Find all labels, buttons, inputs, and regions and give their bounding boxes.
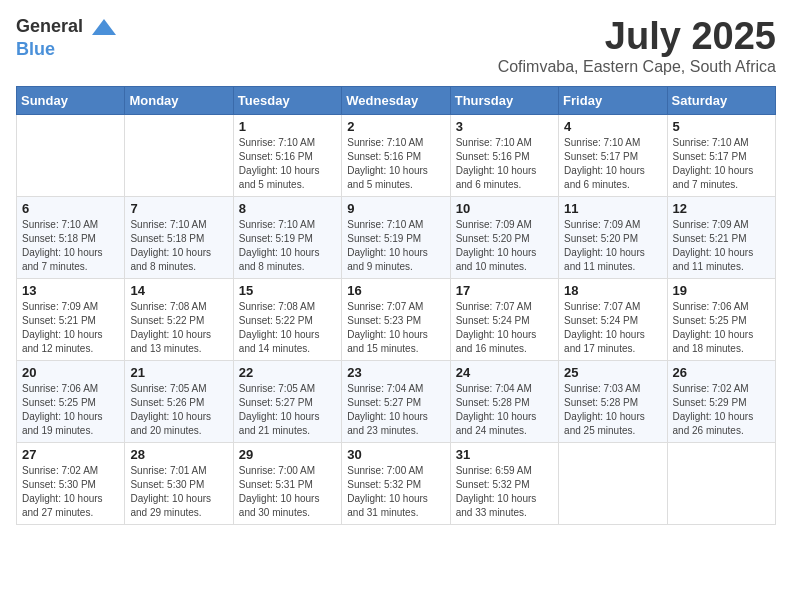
day-info: Sunrise: 7:09 AM Sunset: 5:21 PM Dayligh… — [673, 218, 770, 274]
calendar-cell: 1Sunrise: 7:10 AM Sunset: 5:16 PM Daylig… — [233, 114, 341, 196]
day-number: 9 — [347, 201, 444, 216]
logo-blue: Blue — [16, 39, 55, 59]
calendar-cell: 16Sunrise: 7:07 AM Sunset: 5:23 PM Dayli… — [342, 278, 450, 360]
calendar-cell: 6Sunrise: 7:10 AM Sunset: 5:18 PM Daylig… — [17, 196, 125, 278]
day-number: 26 — [673, 365, 770, 380]
calendar-cell: 12Sunrise: 7:09 AM Sunset: 5:21 PM Dayli… — [667, 196, 775, 278]
day-number: 6 — [22, 201, 119, 216]
day-number: 20 — [22, 365, 119, 380]
weekday-header-monday: Monday — [125, 86, 233, 114]
calendar-week-3: 13Sunrise: 7:09 AM Sunset: 5:21 PM Dayli… — [17, 278, 776, 360]
day-info: Sunrise: 7:09 AM Sunset: 5:20 PM Dayligh… — [564, 218, 661, 274]
calendar-cell: 2Sunrise: 7:10 AM Sunset: 5:16 PM Daylig… — [342, 114, 450, 196]
calendar-cell: 13Sunrise: 7:09 AM Sunset: 5:21 PM Dayli… — [17, 278, 125, 360]
calendar-cell: 5Sunrise: 7:10 AM Sunset: 5:17 PM Daylig… — [667, 114, 775, 196]
day-number: 27 — [22, 447, 119, 462]
day-info: Sunrise: 6:59 AM Sunset: 5:32 PM Dayligh… — [456, 464, 553, 520]
calendar-cell — [125, 114, 233, 196]
day-number: 7 — [130, 201, 227, 216]
day-info: Sunrise: 7:10 AM Sunset: 5:17 PM Dayligh… — [673, 136, 770, 192]
day-number: 23 — [347, 365, 444, 380]
calendar-cell: 27Sunrise: 7:02 AM Sunset: 5:30 PM Dayli… — [17, 442, 125, 524]
day-number: 5 — [673, 119, 770, 134]
day-number: 16 — [347, 283, 444, 298]
day-info: Sunrise: 7:10 AM Sunset: 5:16 PM Dayligh… — [239, 136, 336, 192]
day-info: Sunrise: 7:00 AM Sunset: 5:32 PM Dayligh… — [347, 464, 444, 520]
calendar-cell: 10Sunrise: 7:09 AM Sunset: 5:20 PM Dayli… — [450, 196, 558, 278]
day-info: Sunrise: 7:00 AM Sunset: 5:31 PM Dayligh… — [239, 464, 336, 520]
calendar-cell: 14Sunrise: 7:08 AM Sunset: 5:22 PM Dayli… — [125, 278, 233, 360]
calendar-cell: 15Sunrise: 7:08 AM Sunset: 5:22 PM Dayli… — [233, 278, 341, 360]
calendar-cell — [667, 442, 775, 524]
day-info: Sunrise: 7:06 AM Sunset: 5:25 PM Dayligh… — [22, 382, 119, 438]
calendar-cell: 20Sunrise: 7:06 AM Sunset: 5:25 PM Dayli… — [17, 360, 125, 442]
logo-general: General — [16, 16, 83, 36]
day-info: Sunrise: 7:05 AM Sunset: 5:26 PM Dayligh… — [130, 382, 227, 438]
calendar-cell: 17Sunrise: 7:07 AM Sunset: 5:24 PM Dayli… — [450, 278, 558, 360]
day-number: 18 — [564, 283, 661, 298]
day-info: Sunrise: 7:02 AM Sunset: 5:30 PM Dayligh… — [22, 464, 119, 520]
calendar-cell: 25Sunrise: 7:03 AM Sunset: 5:28 PM Dayli… — [559, 360, 667, 442]
day-number: 19 — [673, 283, 770, 298]
day-number: 2 — [347, 119, 444, 134]
weekday-header-wednesday: Wednesday — [342, 86, 450, 114]
title-block: July 2025 Cofimvaba, Eastern Cape, South… — [498, 16, 776, 76]
day-info: Sunrise: 7:04 AM Sunset: 5:27 PM Dayligh… — [347, 382, 444, 438]
day-info: Sunrise: 7:10 AM Sunset: 5:16 PM Dayligh… — [456, 136, 553, 192]
calendar-cell: 29Sunrise: 7:00 AM Sunset: 5:31 PM Dayli… — [233, 442, 341, 524]
weekday-header-saturday: Saturday — [667, 86, 775, 114]
day-info: Sunrise: 7:10 AM Sunset: 5:18 PM Dayligh… — [130, 218, 227, 274]
day-number: 29 — [239, 447, 336, 462]
calendar-week-2: 6Sunrise: 7:10 AM Sunset: 5:18 PM Daylig… — [17, 196, 776, 278]
day-info: Sunrise: 7:07 AM Sunset: 5:23 PM Dayligh… — [347, 300, 444, 356]
day-info: Sunrise: 7:09 AM Sunset: 5:21 PM Dayligh… — [22, 300, 119, 356]
day-number: 15 — [239, 283, 336, 298]
calendar-cell: 7Sunrise: 7:10 AM Sunset: 5:18 PM Daylig… — [125, 196, 233, 278]
calendar-cell: 24Sunrise: 7:04 AM Sunset: 5:28 PM Dayli… — [450, 360, 558, 442]
location-title: Cofimvaba, Eastern Cape, South Africa — [498, 58, 776, 76]
logo-icon — [90, 17, 118, 39]
calendar-cell: 3Sunrise: 7:10 AM Sunset: 5:16 PM Daylig… — [450, 114, 558, 196]
day-info: Sunrise: 7:02 AM Sunset: 5:29 PM Dayligh… — [673, 382, 770, 438]
calendar-cell: 31Sunrise: 6:59 AM Sunset: 5:32 PM Dayli… — [450, 442, 558, 524]
day-info: Sunrise: 7:07 AM Sunset: 5:24 PM Dayligh… — [456, 300, 553, 356]
day-number: 12 — [673, 201, 770, 216]
calendar-cell — [17, 114, 125, 196]
month-title: July 2025 — [498, 16, 776, 58]
calendar-cell: 26Sunrise: 7:02 AM Sunset: 5:29 PM Dayli… — [667, 360, 775, 442]
day-info: Sunrise: 7:08 AM Sunset: 5:22 PM Dayligh… — [239, 300, 336, 356]
day-number: 14 — [130, 283, 227, 298]
day-number: 11 — [564, 201, 661, 216]
day-number: 25 — [564, 365, 661, 380]
day-number: 28 — [130, 447, 227, 462]
weekday-header-row: SundayMondayTuesdayWednesdayThursdayFrid… — [17, 86, 776, 114]
calendar-cell: 19Sunrise: 7:06 AM Sunset: 5:25 PM Dayli… — [667, 278, 775, 360]
day-number: 1 — [239, 119, 336, 134]
day-info: Sunrise: 7:08 AM Sunset: 5:22 PM Dayligh… — [130, 300, 227, 356]
calendar-cell: 28Sunrise: 7:01 AM Sunset: 5:30 PM Dayli… — [125, 442, 233, 524]
day-number: 13 — [22, 283, 119, 298]
day-number: 30 — [347, 447, 444, 462]
logo-text: General Blue — [16, 16, 120, 60]
day-number: 31 — [456, 447, 553, 462]
svg-marker-0 — [92, 19, 116, 35]
day-info: Sunrise: 7:03 AM Sunset: 5:28 PM Dayligh… — [564, 382, 661, 438]
calendar-cell: 4Sunrise: 7:10 AM Sunset: 5:17 PM Daylig… — [559, 114, 667, 196]
day-number: 22 — [239, 365, 336, 380]
calendar-cell: 22Sunrise: 7:05 AM Sunset: 5:27 PM Dayli… — [233, 360, 341, 442]
calendar-cell: 23Sunrise: 7:04 AM Sunset: 5:27 PM Dayli… — [342, 360, 450, 442]
day-number: 4 — [564, 119, 661, 134]
day-info: Sunrise: 7:06 AM Sunset: 5:25 PM Dayligh… — [673, 300, 770, 356]
calendar-cell: 18Sunrise: 7:07 AM Sunset: 5:24 PM Dayli… — [559, 278, 667, 360]
calendar-week-4: 20Sunrise: 7:06 AM Sunset: 5:25 PM Dayli… — [17, 360, 776, 442]
day-info: Sunrise: 7:10 AM Sunset: 5:18 PM Dayligh… — [22, 218, 119, 274]
day-number: 3 — [456, 119, 553, 134]
day-info: Sunrise: 7:10 AM Sunset: 5:19 PM Dayligh… — [239, 218, 336, 274]
day-info: Sunrise: 7:09 AM Sunset: 5:20 PM Dayligh… — [456, 218, 553, 274]
weekday-header-tuesday: Tuesday — [233, 86, 341, 114]
day-number: 17 — [456, 283, 553, 298]
day-number: 10 — [456, 201, 553, 216]
calendar-table: SundayMondayTuesdayWednesdayThursdayFrid… — [16, 86, 776, 525]
calendar-cell: 21Sunrise: 7:05 AM Sunset: 5:26 PM Dayli… — [125, 360, 233, 442]
calendar-week-1: 1Sunrise: 7:10 AM Sunset: 5:16 PM Daylig… — [17, 114, 776, 196]
